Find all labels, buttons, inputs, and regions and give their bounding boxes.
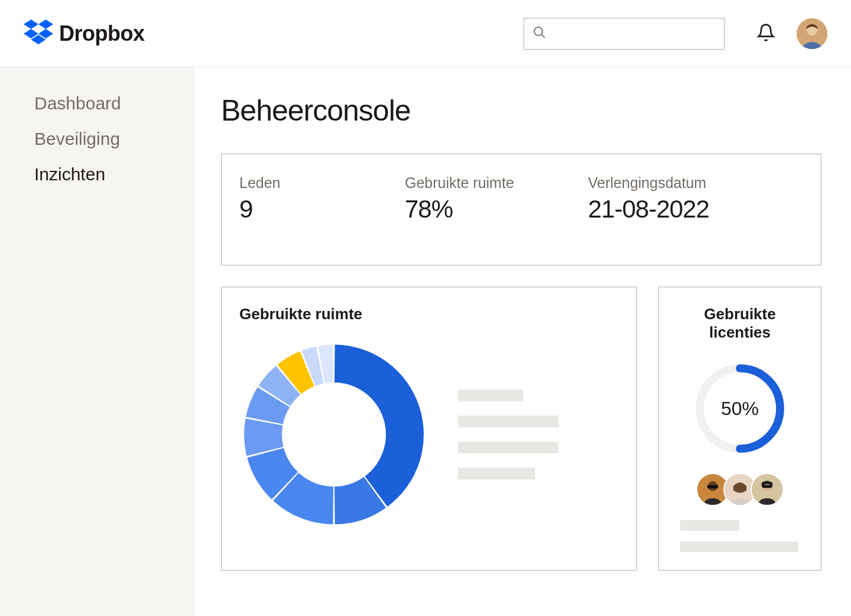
skeleton-line bbox=[680, 520, 739, 531]
stat-label: Verlengingsdatum bbox=[588, 174, 803, 192]
sidebar-item-inzichten[interactable]: Inzichten bbox=[34, 164, 195, 184]
stat-label: Gebruikte ruimte bbox=[405, 174, 588, 192]
sidebar: Dashboard Beveiliging Inzichten bbox=[0, 67, 195, 616]
licenses-percent-label: 50% bbox=[721, 398, 759, 420]
dropbox-logo-icon bbox=[24, 20, 53, 48]
skeleton-line bbox=[458, 416, 558, 427]
stat-value: 21-08-2022 bbox=[588, 195, 803, 223]
svg-marker-1 bbox=[38, 20, 53, 29]
search-input[interactable] bbox=[553, 27, 716, 40]
svg-marker-0 bbox=[24, 20, 38, 29]
summary-stats-card: Leden 9 Gebruikte ruimte 78% Verlengings… bbox=[221, 154, 821, 265]
user-avatar-icon bbox=[751, 473, 784, 506]
skeleton-line bbox=[458, 390, 523, 401]
legend-placeholder bbox=[458, 390, 558, 479]
stat-space: Gebruikte ruimte 78% bbox=[405, 174, 588, 223]
brand-name: Dropbox bbox=[59, 21, 145, 46]
space-usage-donut-chart bbox=[239, 340, 428, 529]
user-avatar[interactable] bbox=[797, 18, 827, 49]
sidebar-item-beveiliging[interactable]: Beveiliging bbox=[34, 129, 195, 149]
svg-rect-18 bbox=[762, 485, 772, 488]
license-placeholder bbox=[677, 520, 803, 552]
panel-title: Gebruikte licenties bbox=[677, 305, 803, 342]
skeleton-line bbox=[458, 468, 535, 479]
page-title: Beheerconsole bbox=[221, 93, 821, 128]
svg-rect-13 bbox=[707, 485, 719, 489]
svg-line-6 bbox=[541, 34, 545, 38]
stat-value: 9 bbox=[239, 195, 405, 223]
license-users-avatars bbox=[677, 473, 803, 506]
stat-label: Leden bbox=[239, 174, 405, 192]
space-usage-panel: Gebruikte ruimte bbox=[221, 287, 637, 570]
sidebar-item-label: Beveiliging bbox=[34, 129, 120, 148]
brand-logo[interactable]: Dropbox bbox=[24, 20, 145, 48]
skeleton-line bbox=[458, 442, 558, 453]
search-icon bbox=[532, 25, 547, 42]
stat-members: Leden 9 bbox=[239, 174, 405, 223]
panel-title: Gebruikte ruimte bbox=[239, 305, 619, 323]
notifications-icon[interactable] bbox=[756, 23, 775, 44]
sidebar-item-dashboard[interactable]: Dashboard bbox=[34, 93, 195, 114]
app-header: Dropbox bbox=[0, 0, 851, 67]
sidebar-item-label: Dashboard bbox=[34, 93, 121, 113]
stat-renewal: Verlengingsdatum 21-08-2022 bbox=[588, 174, 803, 223]
licenses-gauge: 50% bbox=[690, 358, 790, 459]
skeleton-line bbox=[680, 542, 798, 552]
svg-point-5 bbox=[534, 27, 543, 35]
main-content: Beheerconsole Leden 9 Gebruikte ruimte 7… bbox=[195, 67, 851, 616]
stat-value: 78% bbox=[405, 195, 588, 223]
sidebar-item-label: Inzichten bbox=[34, 164, 105, 184]
search-box[interactable] bbox=[524, 18, 725, 50]
licenses-panel: Gebruikte licenties 50% bbox=[658, 287, 821, 570]
